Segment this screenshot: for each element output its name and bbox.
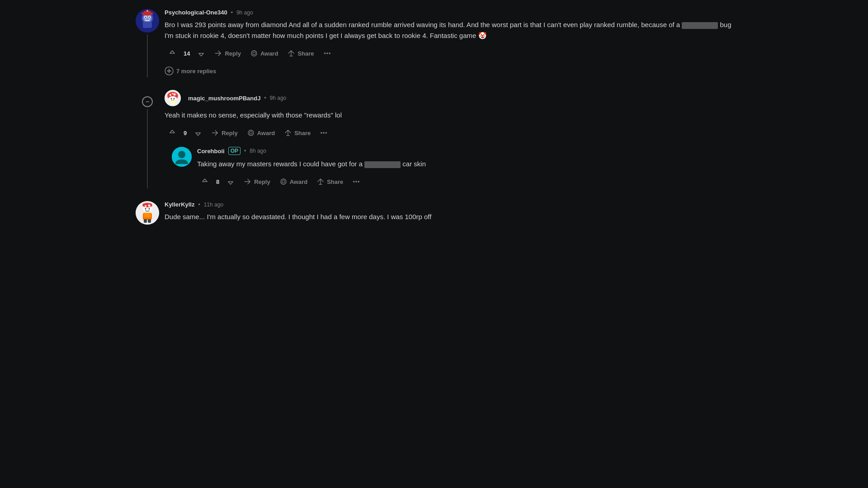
mushroom-avatar-art: [165, 90, 181, 106]
reply-icon: [214, 49, 222, 57]
svg-point-29: [248, 130, 254, 136]
svg-point-26: [171, 98, 172, 99]
thread-line: [147, 34, 148, 77]
award-button-reply-1[interactable]: Award: [276, 175, 311, 188]
timestamp-reply-1: 8h ago: [250, 148, 266, 154]
svg-point-13: [324, 53, 325, 54]
more-replies-label: 7 more replies: [176, 68, 216, 75]
upvote-icon-reply-1: [201, 178, 209, 186]
svg-point-6: [145, 17, 146, 18]
more-options-button-2[interactable]: [316, 126, 331, 140]
svg-point-30: [250, 131, 252, 134]
svg-point-12: [253, 52, 255, 55]
kyller-avatar-art: [136, 201, 159, 225]
share-icon-reply-1: [316, 178, 325, 186]
reply-button-2[interactable]: Reply: [208, 126, 241, 140]
username-3[interactable]: KyllerKyllz: [165, 201, 194, 208]
avatar-art: [136, 9, 159, 33]
comments-section: Psychological-One340 • 9h ago Bro I was …: [118, 0, 750, 249]
downvote-button[interactable]: [193, 47, 209, 60]
upvote-button[interactable]: [165, 47, 180, 60]
expand-icon: [165, 66, 174, 75]
comment-body: Psychological-One340 • 9h ago Bro I was …: [165, 9, 732, 77]
collapse-button[interactable]: −: [142, 96, 153, 107]
svg-point-22: [169, 96, 177, 101]
username[interactable]: Psychological-One340: [165, 9, 227, 16]
timestamp-3: 11h ago: [204, 202, 223, 208]
op-badge: OP: [228, 147, 241, 155]
comment-text-reply-1: Taking away my masters rewards I could h…: [197, 159, 732, 169]
comment-header: Psychological-One340 • 9h ago: [165, 9, 732, 16]
share-button-2[interactable]: Share: [280, 126, 314, 140]
svg-rect-53: [144, 219, 147, 223]
award-button-2[interactable]: Award: [243, 126, 279, 140]
award-icon: [250, 49, 258, 57]
reply-label-2: Reply: [222, 130, 237, 136]
downvote-icon: [197, 49, 205, 57]
downvote-button-2[interactable]: [190, 126, 206, 140]
award-label-reply-1: Award: [290, 178, 308, 185]
award-button[interactable]: Award: [246, 47, 282, 60]
more-options-button-reply-1[interactable]: [349, 175, 364, 188]
corehboii-avatar-art: [172, 147, 192, 167]
reply-button[interactable]: Reply: [211, 47, 244, 60]
svg-point-27: [174, 98, 175, 99]
downvote-button-reply-1[interactable]: [223, 175, 238, 188]
more-options-button[interactable]: [320, 47, 335, 60]
vote-count: 14: [182, 50, 192, 57]
reply-icon-reply-1: [244, 178, 252, 186]
svg-rect-28: [170, 100, 175, 104]
svg-point-7: [149, 17, 150, 18]
svg-point-41: [358, 181, 359, 182]
svg-rect-52: [144, 213, 151, 217]
award-label: Award: [260, 50, 278, 57]
share-button-reply-1[interactable]: Share: [313, 175, 347, 188]
thread-line-wrapper: [136, 9, 159, 77]
redacted-text: [682, 22, 718, 29]
reply-icon-2: [211, 129, 219, 137]
svg-point-33: [326, 132, 326, 133]
svg-point-10: [146, 10, 148, 12]
upvote-button-2[interactable]: [165, 126, 180, 140]
svg-point-37: [281, 179, 286, 184]
svg-point-38: [282, 180, 285, 183]
comment-2: −: [136, 90, 732, 188]
svg-point-32: [323, 132, 324, 133]
upvote-icon: [168, 49, 176, 57]
reply-button-reply-1[interactable]: Reply: [240, 175, 274, 188]
svg-point-24: [174, 94, 176, 96]
more-replies[interactable]: 7 more replies: [165, 65, 732, 77]
reply-label: Reply: [225, 50, 241, 57]
comment-text: Bro I was 293 points away from diamond A…: [165, 19, 732, 41]
comment-text-3: Dude same... I'm actually so devastated.…: [165, 211, 732, 222]
svg-point-14: [326, 53, 327, 54]
svg-point-35: [178, 151, 185, 158]
award-label-2: Award: [257, 130, 275, 136]
upvote-button-reply-1[interactable]: [197, 175, 212, 188]
nested-comment-1: Corehboii OP • 8h ago Taking away my mas…: [172, 147, 732, 188]
award-icon-2: [247, 129, 255, 137]
svg-point-47: [145, 205, 146, 207]
svg-point-40: [356, 181, 357, 182]
comment-body-2: magic_mushroomPBandJ • 9h ago Yeah it ma…: [165, 90, 732, 188]
avatar: [136, 9, 159, 33]
svg-point-50: [149, 208, 150, 210]
comment-actions-reply-1: 8 Reply: [197, 175, 732, 188]
comment-body-reply-1: Corehboii OP • 8h ago Taking away my mas…: [197, 147, 732, 188]
reply-label-reply-1: Reply: [254, 178, 270, 185]
svg-point-49: [145, 208, 146, 210]
vote-count-reply-1: 8: [214, 178, 221, 185]
comment-header-3: KyllerKyllz • 11h ago: [165, 201, 732, 208]
share-button[interactable]: Share: [283, 47, 317, 60]
award-icon-reply-1: [279, 178, 288, 186]
downvote-icon-reply-1: [226, 178, 235, 186]
thread-line-wrapper-3: [136, 201, 159, 228]
svg-rect-46: [143, 203, 152, 206]
svg-point-48: [148, 205, 151, 207]
nested-avatar-wrapper: Corehboii OP • 8h ago Taking away my mas…: [172, 147, 732, 188]
svg-point-25: [172, 93, 174, 94]
username-reply-1[interactable]: Corehboii: [197, 148, 225, 155]
svg-rect-54: [148, 219, 151, 223]
username-2[interactable]: magic_mushroomPBandJ: [188, 95, 260, 102]
comment-header-2: magic_mushroomPBandJ • 9h ago: [165, 90, 732, 106]
